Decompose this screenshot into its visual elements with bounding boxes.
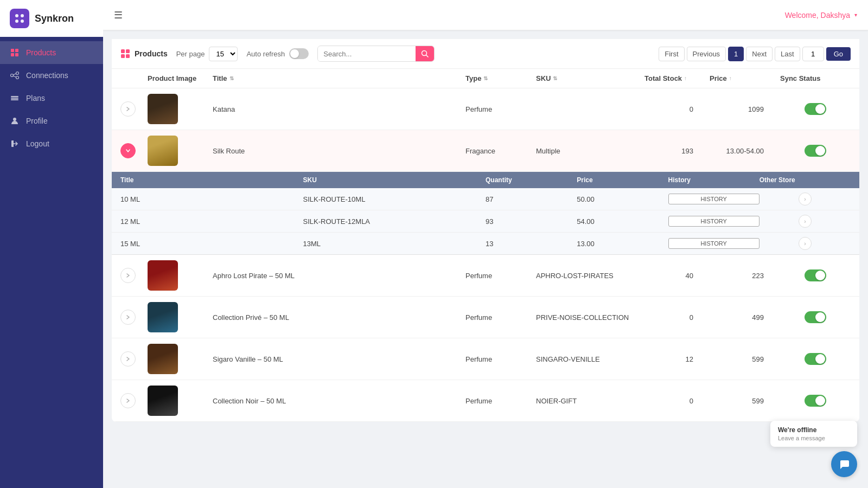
table-row: Katana Perfume 0 1099 bbox=[112, 88, 859, 130]
product-image bbox=[148, 302, 178, 332]
svg-line-22 bbox=[426, 55, 429, 57]
price-sort-icon: ↑ bbox=[729, 75, 732, 81]
product-title: Collection Privé – 50 ML bbox=[213, 313, 465, 322]
chat-leave-message[interactable]: Leave a message bbox=[778, 435, 850, 441]
svg-rect-7 bbox=[15, 53, 18, 56]
row-expand-arrow[interactable] bbox=[120, 310, 136, 325]
product-price: 13.00-54.00 bbox=[710, 147, 780, 155]
sub-row-arrow[interactable]: › bbox=[799, 237, 812, 250]
svg-rect-6 bbox=[11, 53, 14, 56]
row-expand-arrow[interactable] bbox=[120, 351, 136, 367]
sidebar-item-logout[interactable]: Logout bbox=[0, 132, 103, 155]
history-button[interactable]: HISTORY bbox=[668, 194, 760, 204]
col-header-price[interactable]: Price ↑ bbox=[710, 74, 780, 82]
product-title: Aphro Lost Pirate – 50 ML bbox=[213, 272, 465, 280]
product-sku: NOIER-GIFT bbox=[536, 397, 644, 405]
title-sort-icon: ⇅ bbox=[229, 75, 234, 81]
current-page-button[interactable]: 1 bbox=[728, 47, 744, 61]
sub-row-title: 15 ML bbox=[120, 240, 303, 248]
sync-toggle[interactable] bbox=[805, 311, 826, 323]
col-header-type[interactable]: Type ⇅ bbox=[465, 74, 536, 82]
products-card: Products Per page 15 10 25 50 Auto refre… bbox=[112, 39, 859, 422]
product-image bbox=[148, 136, 178, 166]
row-expand-arrow[interactable] bbox=[120, 143, 136, 158]
next-page-button[interactable]: Next bbox=[746, 47, 773, 61]
product-type: Perfume bbox=[465, 313, 536, 322]
sidebar-item-profile[interactable]: Profile bbox=[0, 110, 103, 132]
product-stock: 0 bbox=[644, 313, 710, 322]
sync-toggle[interactable] bbox=[805, 103, 826, 115]
row-expand-arrow[interactable] bbox=[120, 393, 136, 408]
product-stock: 193 bbox=[644, 147, 710, 155]
previous-page-button[interactable]: Previous bbox=[687, 47, 726, 61]
svg-point-9 bbox=[16, 72, 19, 75]
sub-row-price: 13.00 bbox=[577, 240, 668, 248]
svg-rect-5 bbox=[15, 49, 18, 52]
sidebar-item-connections[interactable]: Connections bbox=[0, 64, 103, 87]
sync-toggle[interactable] bbox=[805, 145, 826, 157]
auto-refresh-toggle[interactable] bbox=[289, 48, 309, 59]
table-row: Silk Route Fragance Multiple 193 13.00-5… bbox=[112, 130, 859, 172]
welcome-chevron[interactable]: ▾ bbox=[854, 12, 857, 18]
sync-toggle[interactable] bbox=[805, 353, 826, 365]
product-stock: 0 bbox=[644, 105, 710, 113]
sub-table-row: 12 ML SILK-ROUTE-12MLA 93 54.00 HISTORY … bbox=[112, 210, 859, 233]
last-page-button[interactable]: Last bbox=[775, 47, 800, 61]
svg-rect-18 bbox=[126, 49, 130, 53]
arrow-right-icon bbox=[125, 356, 131, 362]
col-header-sku[interactable]: SKU ⇅ bbox=[536, 74, 644, 82]
row-expand-arrow[interactable] bbox=[120, 101, 136, 117]
history-button[interactable]: HISTORY bbox=[668, 216, 760, 227]
product-title: Katana bbox=[213, 105, 465, 113]
sub-row-arrow[interactable]: › bbox=[799, 192, 812, 206]
product-sku: SINGARO-VENILLE bbox=[536, 355, 644, 363]
chat-status: We're offline bbox=[778, 426, 850, 434]
product-image bbox=[148, 386, 178, 416]
table-row: Aphro Lost Pirate – 50 ML Perfume APHRO-… bbox=[112, 255, 859, 297]
type-sort-icon: ⇅ bbox=[483, 75, 488, 81]
search-input[interactable] bbox=[318, 47, 416, 61]
products-icon bbox=[10, 48, 20, 57]
search-button[interactable] bbox=[416, 46, 434, 61]
sidebar-item-connections-label: Connections bbox=[26, 71, 68, 80]
per-page-group: Per page 15 10 25 50 bbox=[176, 47, 238, 61]
menu-icon[interactable]: ☰ bbox=[114, 9, 123, 21]
svg-line-11 bbox=[14, 74, 16, 75]
product-stock: 40 bbox=[644, 272, 710, 280]
chat-offline-bubble: We're offline Leave a message bbox=[770, 421, 857, 447]
product-price: 223 bbox=[710, 272, 780, 280]
product-type: Perfume bbox=[465, 105, 536, 113]
product-title: Sigaro Vanille – 50 ML bbox=[213, 355, 465, 363]
product-image bbox=[148, 94, 178, 124]
products-toolbar: Products Per page 15 10 25 50 Auto refre… bbox=[112, 39, 859, 69]
col-header-stock[interactable]: Total Stock ↑ bbox=[644, 74, 710, 82]
first-page-button[interactable]: First bbox=[659, 47, 684, 61]
sidebar-item-plans[interactable]: Plans bbox=[0, 87, 103, 110]
row-expand-arrow[interactable] bbox=[120, 268, 136, 283]
svg-point-1 bbox=[21, 14, 24, 17]
per-page-select[interactable]: 15 10 25 50 bbox=[209, 47, 238, 61]
sub-row-arrow[interactable]: › bbox=[799, 215, 812, 228]
svg-point-2 bbox=[15, 20, 18, 23]
search-icon bbox=[421, 50, 429, 57]
product-image bbox=[148, 344, 178, 374]
topbar: ☰ Welcome, Dakshya ▾ bbox=[103, 0, 868, 30]
sync-toggle[interactable] bbox=[805, 395, 826, 407]
sync-toggle[interactable] bbox=[805, 269, 826, 281]
logout-icon bbox=[10, 139, 20, 149]
product-image bbox=[148, 260, 178, 291]
chat-open-button[interactable] bbox=[831, 451, 857, 477]
history-button[interactable]: HISTORY bbox=[668, 238, 760, 249]
product-sku: APHRO-LOST-PIRATES bbox=[536, 272, 644, 280]
col-header-title[interactable]: Title ⇅ bbox=[213, 74, 465, 82]
search-box bbox=[317, 46, 435, 62]
svg-rect-13 bbox=[11, 96, 18, 97]
sub-col-sku: SKU bbox=[303, 176, 486, 184]
products-toolbar-text: Products bbox=[135, 49, 168, 58]
sub-col-qty: Quantity bbox=[486, 176, 577, 184]
content-area: Products Per page 15 10 25 50 Auto refre… bbox=[103, 30, 868, 488]
go-button[interactable]: Go bbox=[826, 47, 851, 61]
table-row: Collection Noir – 50 ML Perfume NOIER-GI… bbox=[112, 380, 859, 422]
sidebar-item-products[interactable]: Products bbox=[0, 41, 103, 64]
page-number-input[interactable] bbox=[802, 47, 824, 61]
